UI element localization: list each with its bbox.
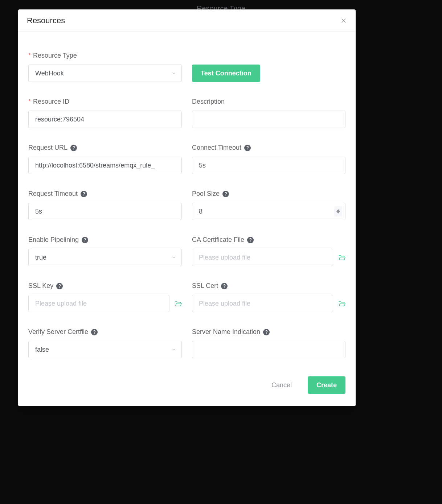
folder-open-icon[interactable] [338, 254, 345, 261]
ca-certificate-file-label: CA Certificate File [192, 236, 244, 244]
ssl-cert-input[interactable] [199, 300, 326, 307]
ssl-key-input[interactable] [35, 300, 163, 307]
help-icon[interactable]: ? [81, 191, 87, 197]
svg-marker-3 [336, 211, 340, 214]
resource-id-label: Resource ID [33, 98, 69, 106]
field-description: Description [192, 98, 345, 128]
enable-pipelining-label: Enable Pipelining [28, 236, 79, 244]
folder-open-icon[interactable] [175, 300, 182, 307]
dialog-body: * Resource Type WebHook Test Connection … [18, 32, 356, 362]
field-request-timeout: Request Timeout ? [28, 190, 182, 220]
enable-pipelining-value: true [35, 254, 46, 261]
server-name-indication-input[interactable] [199, 346, 339, 354]
dialog-footer: Cancel Create [18, 362, 356, 395]
request-timeout-label: Request Timeout [28, 190, 78, 198]
connect-timeout-label: Connect Timeout [192, 144, 241, 152]
field-resource-id: * Resource ID [28, 98, 182, 128]
stepper-down-icon [336, 211, 340, 214]
field-ssl-key: SSL Key ? [28, 282, 182, 312]
help-icon[interactable]: ? [82, 237, 88, 243]
ssl-key-label: SSL Key [28, 282, 53, 290]
field-pool-size: Pool Size ? [192, 190, 345, 220]
help-icon[interactable]: ? [244, 145, 251, 151]
resource-type-label: Resource Type [33, 52, 77, 59]
field-server-name-indication: Server Name Indication ? [192, 328, 345, 358]
server-name-indication-label: Server Name Indication [192, 328, 260, 336]
connect-timeout-input[interactable] [199, 162, 339, 169]
ssl-cert-label: SSL Cert [192, 282, 218, 290]
description-input[interactable] [199, 116, 339, 123]
help-icon[interactable]: ? [222, 191, 229, 197]
create-button[interactable]: Create [308, 376, 345, 394]
field-resource-type: * Resource Type WebHook [28, 52, 182, 82]
close-icon[interactable] [340, 17, 347, 24]
required-marker: * [28, 52, 31, 59]
request-url-label: Request URL [28, 144, 67, 152]
field-ssl-cert: SSL Cert ? [192, 282, 345, 312]
dialog-title: Resources [27, 16, 65, 25]
help-icon[interactable]: ? [263, 329, 270, 335]
field-test-connection: Test Connection [192, 52, 345, 82]
resource-type-select[interactable]: WebHook [28, 65, 182, 82]
ca-certificate-file-input[interactable] [199, 254, 326, 261]
request-timeout-input[interactable] [35, 208, 175, 215]
pool-size-label: Pool Size [192, 190, 220, 198]
request-url-input[interactable] [35, 162, 175, 169]
cancel-button[interactable]: Cancel [263, 376, 300, 394]
help-icon[interactable]: ? [221, 283, 228, 289]
number-stepper[interactable] [334, 206, 342, 216]
field-connect-timeout: Connect Timeout ? [192, 144, 345, 174]
resources-dialog: Resources * Resource Type WebHook Test C… [18, 9, 356, 406]
field-ca-certificate-file: CA Certificate File ? [192, 236, 345, 266]
help-icon[interactable]: ? [91, 329, 98, 335]
enable-pipelining-select[interactable]: true [28, 249, 182, 266]
verify-server-certfile-select[interactable]: false [28, 341, 182, 358]
pool-size-input[interactable] [199, 208, 339, 215]
description-label: Description [192, 98, 225, 106]
help-icon[interactable]: ? [70, 145, 77, 151]
resource-id-input[interactable] [35, 116, 175, 123]
verify-server-certfile-value: false [35, 346, 49, 354]
field-request-url: Request URL ? [28, 144, 182, 174]
help-icon[interactable]: ? [247, 237, 254, 243]
chevron-down-icon [171, 71, 176, 76]
verify-server-certfile-label: Verify Server Certfile [28, 328, 88, 336]
chevron-down-icon [171, 255, 176, 260]
help-icon[interactable]: ? [56, 283, 63, 289]
resource-type-value: WebHook [35, 70, 64, 77]
dialog-header: Resources [18, 9, 356, 32]
chevron-down-icon [171, 347, 176, 352]
folder-open-icon[interactable] [338, 300, 345, 307]
required-marker: * [28, 98, 31, 106]
test-connection-button[interactable]: Test Connection [192, 65, 260, 82]
field-verify-server-certfile: Verify Server Certfile ? false [28, 328, 182, 358]
field-enable-pipelining: Enable Pipelining ? true [28, 236, 182, 266]
